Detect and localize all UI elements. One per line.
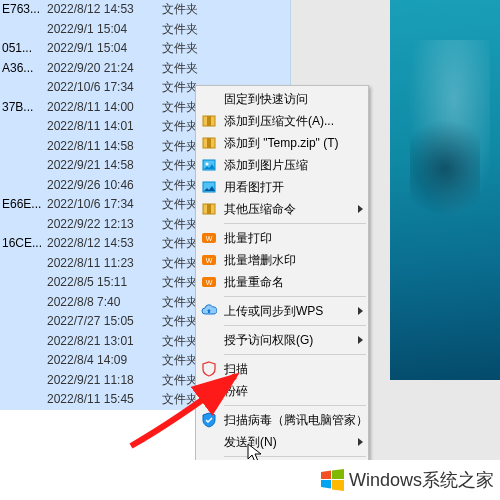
file-date-cell: 2022/8/11 14:00 bbox=[47, 98, 162, 118]
file-date-cell: 2022/8/11 15:45 bbox=[47, 390, 162, 410]
file-name-cell: A36... bbox=[0, 59, 47, 79]
file-date-cell: 2022/9/21 14:58 bbox=[47, 156, 162, 176]
wps-icon: W bbox=[201, 252, 217, 268]
menu-other-compress[interactable]: 其他压缩命令 bbox=[196, 198, 368, 220]
separator bbox=[224, 456, 366, 457]
watermark-text: Windows系统之家 bbox=[349, 468, 494, 492]
svg-rect-8 bbox=[207, 204, 211, 214]
menu-scan-virus[interactable]: 扫描病毒（腾讯电脑管家） bbox=[196, 409, 368, 431]
svg-text:W: W bbox=[206, 257, 213, 264]
file-date-cell: 2022/7/27 15:05 bbox=[47, 312, 162, 332]
file-name-cell bbox=[0, 137, 47, 157]
file-name-cell bbox=[0, 215, 47, 235]
file-name-cell bbox=[0, 332, 47, 352]
file-date-cell: 2022/9/22 12:13 bbox=[47, 215, 162, 235]
table-row[interactable]: A36...2022/9/20 21:24文件夹 bbox=[0, 59, 290, 79]
submenu-arrow-icon bbox=[358, 336, 363, 344]
file-date-cell: 2022/8/8 7:40 bbox=[47, 293, 162, 313]
file-date-cell: 2022/8/21 13:01 bbox=[47, 332, 162, 352]
file-name-cell: E763... bbox=[0, 0, 47, 20]
file-date-cell: 2022/8/11 14:01 bbox=[47, 117, 162, 137]
file-date-cell: 2022/8/4 14:09 bbox=[47, 351, 162, 371]
file-name-cell bbox=[0, 293, 47, 313]
menu-add-to-archive[interactable]: 添加到压缩文件(A)... bbox=[196, 110, 368, 132]
file-name-cell bbox=[0, 156, 47, 176]
file-type-cell: 文件夹 bbox=[162, 39, 222, 59]
antivirus-icon bbox=[201, 412, 217, 428]
wps-icon: W bbox=[201, 230, 217, 246]
file-name-cell bbox=[0, 312, 47, 332]
file-name-cell bbox=[0, 351, 47, 371]
table-row[interactable]: 2022/9/1 15:04文件夹 bbox=[0, 20, 290, 40]
watermark-bar: Windows系统之家 bbox=[0, 460, 500, 500]
file-date-cell: 2022/8/11 14:58 bbox=[47, 137, 162, 157]
shred-icon bbox=[201, 383, 217, 399]
file-name-cell: E66E... bbox=[0, 195, 47, 215]
menu-batch-rename[interactable]: W 批量重命名 bbox=[196, 271, 368, 293]
context-menu: 固定到快速访问 添加到压缩文件(A)... 添加到 "Temp.zip" (T)… bbox=[195, 85, 369, 500]
menu-grant-access[interactable]: 授予访问权限(G) bbox=[196, 329, 368, 351]
file-name-cell bbox=[0, 273, 47, 293]
svg-text:W: W bbox=[206, 235, 213, 242]
file-date-cell: 2022/9/1 15:04 bbox=[47, 20, 162, 40]
menu-batch-watermark[interactable]: W 批量增删水印 bbox=[196, 249, 368, 271]
shield-scan-icon bbox=[201, 361, 217, 377]
submenu-arrow-icon bbox=[358, 307, 363, 315]
file-type-cell: 文件夹 bbox=[162, 20, 222, 40]
svg-rect-1 bbox=[207, 116, 211, 126]
file-type-cell: 文件夹 bbox=[162, 59, 222, 79]
menu-shred[interactable]: 粉碎 bbox=[196, 380, 368, 402]
archive-icon bbox=[201, 135, 217, 151]
menu-batch-print[interactable]: W 批量打印 bbox=[196, 227, 368, 249]
file-date-cell: 2022/8/12 14:53 bbox=[47, 234, 162, 254]
file-name-cell: 16CE... bbox=[0, 234, 47, 254]
svg-rect-3 bbox=[207, 138, 211, 148]
file-date-cell: 2022/8/11 11:23 bbox=[47, 254, 162, 274]
separator bbox=[224, 405, 366, 406]
separator bbox=[224, 325, 366, 326]
archive-icon bbox=[201, 113, 217, 129]
file-name-cell bbox=[0, 371, 47, 391]
svg-text:W: W bbox=[206, 279, 213, 286]
menu-add-to-temp-zip[interactable]: 添加到 "Temp.zip" (T) bbox=[196, 132, 368, 154]
menu-open-with-viewer[interactable]: 用看图打开 bbox=[196, 176, 368, 198]
wps-icon: W bbox=[201, 274, 217, 290]
table-row[interactable]: E763...2022/8/12 14:53文件夹 bbox=[0, 0, 290, 20]
file-date-cell: 2022/8/12 14:53 bbox=[47, 0, 162, 20]
svg-rect-15 bbox=[204, 385, 214, 390]
file-date-cell: 2022/9/1 15:04 bbox=[47, 39, 162, 59]
svg-point-5 bbox=[206, 163, 209, 166]
file-name-cell: 051... bbox=[0, 39, 47, 59]
file-date-cell: 2022/8/5 15:11 bbox=[47, 273, 162, 293]
file-date-cell: 2022/9/20 21:24 bbox=[47, 59, 162, 79]
desktop-wallpaper bbox=[390, 0, 500, 380]
separator bbox=[224, 354, 366, 355]
menu-scan[interactable]: 扫描 bbox=[196, 358, 368, 380]
submenu-arrow-icon bbox=[358, 438, 363, 446]
image-compress-icon bbox=[201, 157, 217, 173]
file-name-cell bbox=[0, 20, 47, 40]
image-viewer-icon bbox=[201, 179, 217, 195]
file-type-cell: 文件夹 bbox=[162, 0, 222, 20]
file-date-cell: 2022/9/26 10:46 bbox=[47, 176, 162, 196]
menu-send-to[interactable]: 发送到(N) bbox=[196, 431, 368, 453]
file-name-cell bbox=[0, 117, 47, 137]
archive-icon bbox=[201, 201, 217, 217]
file-name-cell bbox=[0, 78, 47, 98]
file-name-cell bbox=[0, 254, 47, 274]
file-name-cell bbox=[0, 390, 47, 410]
file-date-cell: 2022/10/6 17:34 bbox=[47, 195, 162, 215]
menu-upload-wps[interactable]: 上传或同步到WPS bbox=[196, 300, 368, 322]
separator bbox=[224, 296, 366, 297]
menu-add-image-compress[interactable]: 添加到图片压缩 bbox=[196, 154, 368, 176]
submenu-arrow-icon bbox=[358, 205, 363, 213]
separator bbox=[224, 223, 366, 224]
menu-pin-to-quick-access[interactable]: 固定到快速访问 bbox=[196, 88, 368, 110]
file-name-cell: 37B... bbox=[0, 98, 47, 118]
file-date-cell: 2022/10/6 17:34 bbox=[47, 78, 162, 98]
table-row[interactable]: 051...2022/9/1 15:04文件夹 bbox=[0, 39, 290, 59]
cloud-upload-icon bbox=[201, 303, 217, 319]
file-date-cell: 2022/9/21 11:18 bbox=[47, 371, 162, 391]
windows-logo-icon bbox=[319, 467, 345, 493]
file-name-cell bbox=[0, 176, 47, 196]
